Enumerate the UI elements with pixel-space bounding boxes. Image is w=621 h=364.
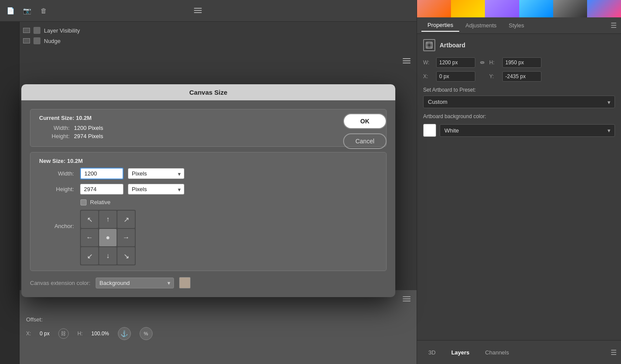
current-size-title: Current Size: 10.2M (39, 115, 377, 121)
anchor-top-right[interactable]: ↗ (117, 211, 135, 228)
current-size-section: Current Size: 10.2M Width: 1200 Pixels H… (30, 109, 387, 147)
new-size-section: New Size: 10.2M Width: Pixels Percent In… (30, 152, 387, 271)
anchor-label: Anchor: (39, 210, 74, 229)
current-width-label: Width: (39, 125, 70, 131)
height-unit-wrapper: Pixels Percent Inches Centimeters (128, 184, 184, 195)
new-size-title: New Size: 10.2M (39, 158, 377, 164)
new-width-input[interactable] (80, 168, 124, 179)
new-height-label: Height: (39, 186, 74, 192)
new-height-input[interactable] (80, 184, 124, 195)
anchor-top-center[interactable]: ↑ (99, 211, 117, 228)
anchor-top-left[interactable]: ↖ (81, 211, 98, 228)
dialog-overlay: Canvas Size OK Cancel Current Size: 10.2… (0, 0, 621, 364)
ok-button[interactable]: OK (343, 113, 387, 129)
relative-label: Relative (90, 199, 110, 205)
relative-checkbox[interactable] (80, 199, 87, 205)
extension-row: Canvas extension color: Background Foreg… (30, 277, 387, 288)
new-width-label: Width: (39, 170, 74, 177)
current-height-row: Height: 2974 Pixels (39, 133, 377, 139)
extension-select[interactable]: Background Foreground White Black Gray O… (96, 278, 174, 288)
current-height-value: 2974 Pixels (74, 133, 103, 139)
extension-select-wrapper: Background Foreground White Black Gray O… (96, 278, 174, 288)
anchor-middle-left[interactable]: ← (81, 229, 98, 246)
relative-row: Relative (80, 199, 377, 205)
current-width-value: 1200 Pixels (74, 125, 103, 131)
extension-color-swatch[interactable] (179, 277, 190, 288)
anchor-middle-right[interactable]: → (117, 229, 135, 246)
anchor-row: Anchor: ↖ ↑ ↗ ← ● → ↙ ↓ ↘ (39, 210, 377, 265)
anchor-bottom-center[interactable]: ↓ (99, 247, 117, 265)
height-unit-select[interactable]: Pixels Percent Inches Centimeters (128, 184, 184, 195)
dialog-title: Canvas Size (21, 84, 395, 100)
width-unit-wrapper: Pixels Percent Inches Centimeters (128, 168, 184, 179)
new-width-row: Width: Pixels Percent Inches Centimeters (39, 168, 377, 179)
anchor-bottom-left[interactable]: ↙ (81, 247, 98, 265)
canvas-size-dialog: Canvas Size OK Cancel Current Size: 10.2… (21, 84, 395, 297)
anchor-center[interactable]: ● (99, 229, 117, 246)
dialog-buttons: OK Cancel (343, 113, 387, 149)
width-unit-select[interactable]: Pixels Percent Inches Centimeters (128, 168, 184, 179)
dialog-body: OK Cancel Current Size: 10.2M Width: 120… (21, 100, 395, 297)
current-width-row: Width: 1200 Pixels (39, 125, 377, 131)
current-height-label: Height: (39, 133, 70, 139)
anchor-bottom-right[interactable]: ↘ (117, 247, 135, 265)
anchor-grid: ↖ ↑ ↗ ← ● → ↙ ↓ ↘ (80, 210, 136, 265)
cancel-button[interactable]: Cancel (343, 133, 387, 149)
extension-label: Canvas extension color: (30, 280, 90, 286)
new-height-row: Height: Pixels Percent Inches Centimeter… (39, 184, 377, 195)
